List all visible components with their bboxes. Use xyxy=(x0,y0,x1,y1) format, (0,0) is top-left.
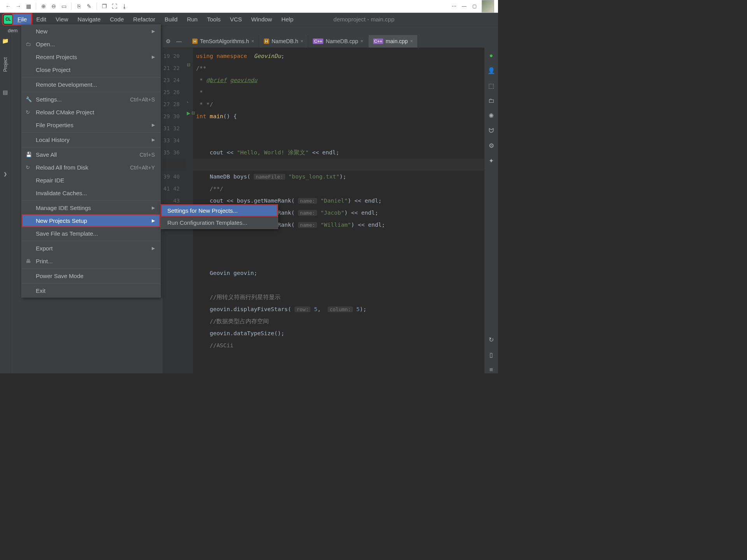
avatar[interactable] xyxy=(482,0,494,12)
apps-icon[interactable]: ▦ xyxy=(24,2,33,10)
forward-icon[interactable]: → xyxy=(14,2,23,10)
maximize-icon[interactable]: ▢ xyxy=(470,2,479,10)
menu-close-project[interactable]: Close Project xyxy=(22,63,160,76)
breadcrumb-text: dem xyxy=(8,28,18,33)
menu-vcs[interactable]: VCS xyxy=(226,14,246,24)
menu-window[interactable]: Window xyxy=(247,14,276,24)
menu-power-save[interactable]: Power Save Mode xyxy=(22,270,160,282)
settings-icon[interactable]: ⚙ xyxy=(489,142,494,149)
window-title: demoproject - main.cpp xyxy=(333,16,395,23)
submenu-run-config-templates[interactable]: Run Configuration Templates... xyxy=(161,217,278,229)
menu-remote-dev[interactable]: Remote Development... xyxy=(22,78,160,91)
zoom-out-icon[interactable]: ⊖ xyxy=(49,2,58,10)
menu-new[interactable]: New▶ xyxy=(22,25,160,38)
menu-build[interactable]: Build xyxy=(160,14,182,24)
chat-icon[interactable]: ● xyxy=(489,52,493,59)
menu-edit[interactable]: Edit xyxy=(32,14,51,24)
menu-recent-projects[interactable]: Recent Projects▶ xyxy=(22,51,160,63)
gear-icon[interactable]: ⚙ xyxy=(163,38,174,44)
folder-icon: 🗀 xyxy=(26,41,31,47)
edit-icon[interactable]: ✎ xyxy=(85,2,93,10)
menu-export[interactable]: Export▶ xyxy=(22,242,160,255)
save-icon: 💾 xyxy=(26,152,32,158)
new-projects-submenu: Settings for New Projects... Run Configu… xyxy=(161,204,278,229)
close-icon[interactable]: × xyxy=(251,38,254,44)
spark-icon[interactable]: ✦ xyxy=(489,157,494,164)
fold-icon[interactable]: ⊟ xyxy=(191,110,195,116)
cube-icon[interactable]: ⬚ xyxy=(488,82,494,89)
project-icon[interactable]: 📁 xyxy=(2,38,9,44)
minimize-icon[interactable]: — xyxy=(460,2,468,10)
run-gutter-icon[interactable]: ▶ xyxy=(187,110,190,116)
menu-settings[interactable]: 🔧Settings...Ctrl+Alt+S xyxy=(22,93,160,106)
menu-print[interactable]: 🖶Print... xyxy=(22,255,160,268)
back-icon[interactable]: ← xyxy=(4,2,12,10)
menu-manage-ide-settings[interactable]: Manage IDE Settings▶ xyxy=(22,201,160,214)
menu-new-projects-setup[interactable]: New Projects Setup▶ xyxy=(22,214,160,227)
menu-run[interactable]: Run xyxy=(182,14,202,24)
fullscreen-icon[interactable]: ⛶ xyxy=(110,2,119,10)
project-tool-label[interactable]: Project xyxy=(3,57,8,72)
menu-reload-disk[interactable]: ↻Reload All from DiskCtrl+Alt+Y xyxy=(22,161,160,174)
fold-icon[interactable]: ⌞ xyxy=(187,98,189,103)
tab-label: TenSortAlgorithms.h xyxy=(200,38,249,44)
collapse-icon[interactable]: ❯ xyxy=(4,172,7,177)
browser-toolbar: ← → ▦ ⊕ ⊖ ▭ ⎘ ✎ ❐ ⛶ ⭳ ⋯ — ▢ xyxy=(0,0,498,13)
menu-help[interactable]: Help xyxy=(277,14,298,24)
tab-label: NameDB.h xyxy=(272,38,298,44)
menu-exit[interactable]: Exit xyxy=(22,284,160,297)
close-icon[interactable]: × xyxy=(361,38,363,44)
menubar: CL File Edit View Navigate Code Refactor… xyxy=(0,13,498,26)
fold-icon[interactable]: ⊟ xyxy=(187,62,190,67)
aperture-icon[interactable]: ✺ xyxy=(489,112,494,119)
tab-main-cpp[interactable]: C++main.cpp× xyxy=(368,35,418,47)
menu-tools[interactable]: Tools xyxy=(203,14,225,24)
print-icon: 🖶 xyxy=(26,258,31,264)
left-tool-stripe: 📁 Project ▤ ❯ xyxy=(0,35,11,373)
menu-local-history[interactable]: Local History▶ xyxy=(22,133,160,146)
tab-namedb-h[interactable]: HNameDB.h× xyxy=(259,35,308,47)
folder-icon[interactable]: 🗀 xyxy=(488,97,494,104)
download-icon[interactable]: ⭳ xyxy=(120,2,129,10)
list-icon[interactable]: ≡ xyxy=(489,366,493,373)
tab-label: main.cpp xyxy=(386,38,408,44)
tab-label: NameDB.cpp xyxy=(326,38,358,44)
butterfly-icon[interactable]: ᗢ xyxy=(489,127,494,134)
wrench-icon: 🔧 xyxy=(26,96,32,102)
close-icon[interactable]: × xyxy=(410,38,413,44)
menu-code[interactable]: Code xyxy=(106,14,128,24)
menu-invalidate-caches[interactable]: Invalidate Caches... xyxy=(22,187,160,200)
menu-refactor[interactable]: Refactor xyxy=(129,14,160,24)
device-icon[interactable]: ▯ xyxy=(489,351,493,359)
reload-icon: ↻ xyxy=(26,109,30,115)
structure-icon[interactable]: ▤ xyxy=(3,89,8,95)
file-menu-dropdown: New▶ 🗀Open... Recent Projects▶ Close Pro… xyxy=(21,24,161,298)
menu-open[interactable]: 🗀Open... xyxy=(22,38,160,51)
person-icon[interactable]: 👤 xyxy=(487,67,495,74)
menu-repair-ide[interactable]: Repair IDE xyxy=(22,174,160,187)
windows-icon[interactable]: ❐ xyxy=(100,2,109,10)
submenu-settings-new-projects[interactable]: Settings for New Projects... xyxy=(161,205,278,217)
menu-file-properties[interactable]: File Properties▶ xyxy=(22,119,160,131)
menu-reload-cmake[interactable]: ↻Reload CMake Project xyxy=(22,106,160,119)
editor-tabs: HTenSortAlgorithms.h× HNameDB.h× C++Name… xyxy=(188,35,418,48)
fit-icon[interactable]: ▭ xyxy=(60,2,68,10)
current-line-highlight xyxy=(163,159,484,171)
tab-namedb-cpp[interactable]: C++NameDB.cpp× xyxy=(308,35,368,47)
tab-tensort[interactable]: HTenSortAlgorithms.h× xyxy=(188,35,259,47)
zoom-in-icon[interactable]: ⊕ xyxy=(39,2,48,10)
reload-icon: ↻ xyxy=(26,164,30,170)
sync-icon[interactable]: ↻ xyxy=(489,336,494,343)
right-tool-stripe: ● 👤 ⬚ 🗀 ✺ ᗢ ⚙ ✦ ↻ ▯ ≡ xyxy=(484,47,498,373)
more-icon[interactable]: ⋯ xyxy=(450,2,458,10)
menu-navigate[interactable]: Navigate xyxy=(73,14,105,24)
clion-icon: CL xyxy=(4,15,12,24)
editor-tabs-row: ⚙ — HTenSortAlgorithms.h× HNameDB.h× C++… xyxy=(163,35,484,48)
menu-save-template[interactable]: Save File as Template... xyxy=(22,227,160,240)
close-icon[interactable]: × xyxy=(300,38,303,44)
copy-icon[interactable]: ⎘ xyxy=(75,2,83,10)
menu-file[interactable]: File xyxy=(13,14,31,24)
menu-view[interactable]: View xyxy=(51,14,72,24)
menu-save-all[interactable]: 💾Save AllCtrl+S xyxy=(22,148,160,161)
hide-icon[interactable]: — xyxy=(174,38,184,44)
